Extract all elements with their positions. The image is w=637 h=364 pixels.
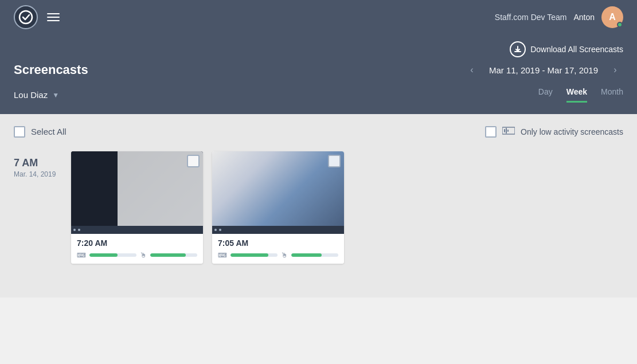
title-date-row: Screencasts ‹ Mar 11, 2019 - Mar 17, 201…: [14, 62, 623, 78]
bottom-bar-dot: [78, 229, 80, 231]
select-all-label: Select All: [31, 127, 67, 136]
low-activity-group: Only low activity screencasts: [485, 126, 623, 138]
thumbnail-image: [71, 151, 203, 226]
keyboard-activity-bar: [230, 253, 278, 257]
thumbnail-time: 7:05 AM: [218, 238, 338, 248]
date-range-label: Mar 11, 2019 - Mar 17, 2019: [489, 65, 598, 75]
thumbnail-checkbox-2[interactable]: [328, 155, 341, 167]
download-button-label: Download All Screencasts: [530, 45, 623, 54]
low-activity-checkbox[interactable]: [485, 126, 497, 138]
download-icon: [510, 41, 526, 57]
app-logo[interactable]: [14, 5, 38, 29]
mouse-activity-bar: [150, 253, 197, 257]
keyboard-icon: ⌨: [77, 252, 86, 259]
tab-week[interactable]: Week: [566, 87, 587, 103]
user-tabs-row: Lou Diaz ▼ Day Week Month: [14, 87, 623, 103]
thumbnail-image: [212, 151, 344, 226]
user-name: Anton: [573, 13, 595, 22]
date-nav: ‹ Mar 11, 2019 - Mar 17, 2019 ›: [464, 62, 623, 78]
screen-mock-2: [212, 151, 344, 226]
filter-row: Select All Only low activity screencasts: [14, 126, 623, 138]
page-title: Screencasts: [14, 62, 88, 77]
mouse-icon: 🖱: [140, 251, 147, 259]
thumbnail-card: 7:20 AM ⌨ 🖱: [71, 151, 203, 264]
download-row: Download All Screencasts: [14, 34, 623, 62]
prev-period-button[interactable]: ‹: [464, 62, 480, 78]
mouse-icon: 🖱: [281, 251, 288, 259]
avatar-status-dot: [617, 22, 623, 28]
thumbnails-row: 7:20 AM ⌨ 🖱: [71, 151, 344, 264]
time-label: 7 AM: [14, 157, 71, 169]
avatar-letter: A: [609, 12, 616, 22]
keyboard-fill: [89, 253, 118, 257]
team-name: Staff.com Dev Team: [495, 13, 567, 22]
thumbnail-footer: 7:05 AM ⌨ 🖱: [212, 234, 344, 264]
screen-mock-1: [71, 151, 203, 226]
svg-point-0: [19, 11, 32, 24]
select-all-checkbox[interactable]: [14, 126, 25, 138]
thumbnail-checkbox-1[interactable]: [187, 155, 200, 167]
app-header: Staff.com Dev Team Anton A: [0, 0, 637, 34]
activity-bars: ⌨ 🖱: [77, 251, 197, 259]
selected-user-label: Lou Diaz: [14, 90, 48, 100]
next-period-button[interactable]: ›: [607, 62, 623, 78]
low-activity-label: Only low activity screencasts: [521, 127, 623, 136]
top-panel: Download All Screencasts Screencasts ‹ M…: [0, 34, 637, 114]
thumbnail-bottom-bar: [71, 226, 203, 234]
keyboard-fill: [230, 253, 268, 257]
mouse-fill: [150, 253, 186, 257]
thumbnail-bottom-bar: [212, 226, 344, 234]
keyboard-activity-bar: [89, 253, 136, 257]
time-label-col: 7 AM Mar. 14, 2019: [14, 151, 71, 264]
thumbnail-time: 7:20 AM: [77, 238, 197, 248]
header-left: [14, 5, 60, 29]
mouse-fill: [291, 253, 322, 257]
tab-month[interactable]: Month: [601, 87, 623, 103]
thumbnail-card: 7:05 AM ⌨ 🖱: [212, 151, 344, 264]
bottom-bar-dot: [73, 229, 76, 231]
content-area: Select All Only low activity screencasts…: [0, 114, 637, 298]
mouse-activity-bar: [291, 253, 338, 257]
user-selector-dropdown[interactable]: Lou Diaz ▼: [14, 90, 59, 100]
select-all-group: Select All: [14, 126, 67, 138]
bottom-bar-dot: [214, 229, 217, 231]
view-tabs: Day Week Month: [538, 87, 623, 103]
tab-day[interactable]: Day: [538, 87, 553, 103]
screencast-section: 7 AM Mar. 14, 2019 7:20 AM ⌨: [14, 151, 623, 264]
download-all-button[interactable]: Download All Screencasts: [510, 41, 623, 57]
bottom-bar-dot: [219, 229, 221, 231]
date-label: Mar. 14, 2019: [14, 170, 71, 178]
chevron-down-icon: ▼: [52, 91, 59, 99]
keyboard-icon: ⌨: [218, 252, 227, 259]
avatar[interactable]: A: [601, 6, 623, 28]
thumbnail-footer: 7:20 AM ⌨ 🖱: [71, 234, 203, 264]
activity-bars: ⌨ 🖱: [218, 251, 338, 259]
low-activity-icon: [502, 126, 515, 138]
menu-icon[interactable]: [47, 13, 60, 21]
header-right: Staff.com Dev Team Anton A: [495, 6, 623, 28]
